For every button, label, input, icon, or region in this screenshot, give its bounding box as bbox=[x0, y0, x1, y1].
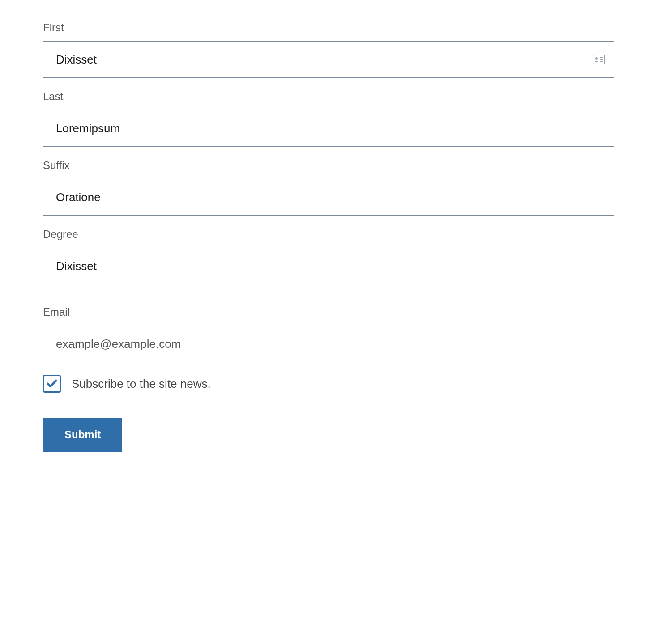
subscribe-checkbox[interactable] bbox=[43, 375, 61, 393]
first-name-group: First bbox=[43, 21, 614, 78]
contact-card-icon bbox=[593, 55, 605, 64]
suffix-input[interactable] bbox=[43, 179, 614, 216]
svg-point-1 bbox=[595, 57, 598, 60]
degree-label: Degree bbox=[43, 228, 614, 241]
check-icon bbox=[46, 377, 58, 390]
subscribe-row: Subscribe to the site news. bbox=[43, 375, 614, 393]
degree-input[interactable] bbox=[43, 248, 614, 284]
first-name-input-wrapper bbox=[43, 41, 614, 78]
svg-rect-0 bbox=[593, 55, 605, 64]
email-group: Email bbox=[43, 306, 614, 362]
last-name-input[interactable] bbox=[43, 110, 614, 147]
first-name-label: First bbox=[43, 21, 614, 34]
degree-group: Degree bbox=[43, 228, 614, 284]
email-label: Email bbox=[43, 306, 614, 318]
subscribe-label: Subscribe to the site news. bbox=[72, 377, 211, 391]
last-name-label: Last bbox=[43, 90, 614, 103]
user-form: First Last Suffix Degree E bbox=[43, 21, 614, 452]
suffix-label: Suffix bbox=[43, 159, 614, 172]
submit-button[interactable]: Submit bbox=[43, 418, 122, 452]
suffix-group: Suffix bbox=[43, 159, 614, 216]
first-name-input[interactable] bbox=[43, 41, 614, 78]
email-input[interactable] bbox=[43, 326, 614, 362]
last-name-group: Last bbox=[43, 90, 614, 147]
